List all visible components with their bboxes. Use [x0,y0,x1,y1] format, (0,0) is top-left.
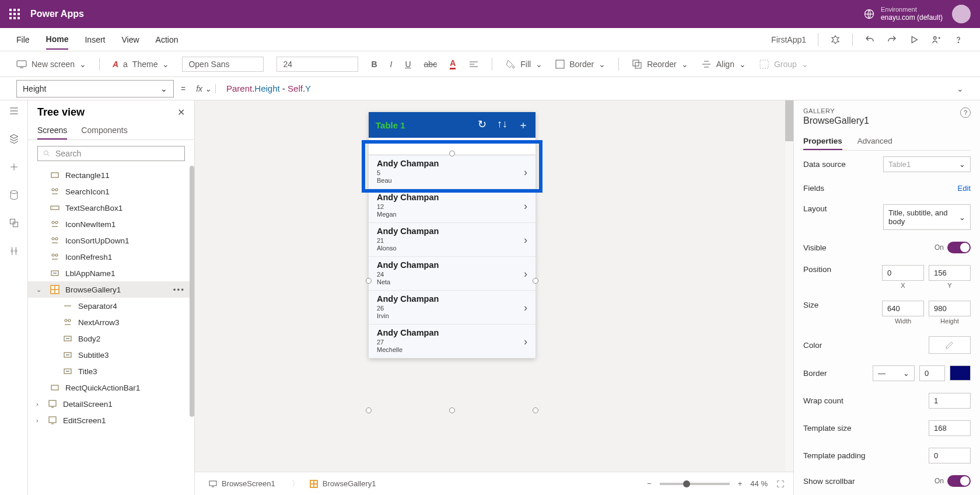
data-icon[interactable] [8,189,20,201]
canvas-scrollbar[interactable] [785,100,793,472]
tree-item-Separator4[interactable]: Separator4 [28,298,194,314]
template-size-input[interactable]: 168 [929,420,971,436]
props-tab-properties[interactable]: Properties [803,133,842,150]
redo-icon[interactable] [887,34,897,45]
strike-icon[interactable]: abc [424,60,438,69]
zoom-in-icon[interactable]: + [738,479,743,488]
theme-button[interactable]: Aa Theme ⌄ [113,60,170,69]
tree-item-IconRefresh1[interactable]: IconRefresh1 [28,249,194,265]
reorder-button[interactable]: Reorder⌄ [632,59,688,69]
tree-item-BrowseGallery1[interactable]: ⌄BrowseGallery1••• [28,281,194,298]
gallery-item[interactable]: Andy Champan24Neta› [369,257,536,291]
gallery-item[interactable]: Andy Champan27Mechelle› [369,325,536,358]
chevron-right-icon[interactable]: › [524,233,527,246]
italic-icon[interactable]: I [390,60,393,69]
app-launcher-icon[interactable] [9,9,20,19]
chevron-right-icon[interactable]: › [524,335,527,347]
insert-icon[interactable] [8,161,20,173]
tree-view-icon[interactable] [8,133,20,145]
breadcrumb-control[interactable]: BrowseGallery1 [286,476,382,491]
menu-file[interactable]: File [16,30,30,49]
layout-select[interactable]: Title, subtitle, and body⌄ [883,204,971,230]
menu-view[interactable]: View [121,30,139,49]
tree-item-Subtitle3[interactable]: Subtitle3 [28,347,194,363]
help-icon[interactable] [953,34,964,45]
bold-icon[interactable]: B [371,60,377,69]
share-icon[interactable] [931,34,942,45]
scrollbar-toggle[interactable] [947,475,971,487]
gallery-item[interactable]: Andy Champan26Irvin› [369,291,536,325]
border-button[interactable]: Border⌄ [555,60,606,69]
menu-home[interactable]: Home [46,30,69,50]
tree-item-SearchIcon1[interactable]: SearchIcon1 [28,183,194,200]
border-style[interactable]: —⌄ [873,365,915,381]
border-color[interactable] [950,365,971,381]
tools-icon[interactable] [8,245,20,257]
underline-icon[interactable]: U [405,60,411,69]
pos-y-input[interactable]: 156 [929,265,971,281]
tree-tab-components[interactable]: Components [81,122,127,140]
scrollbar[interactable] [190,166,194,417]
visible-toggle[interactable] [947,242,971,253]
tree-item-DetailScreen1[interactable]: ›DetailScreen1 [28,396,194,412]
tree-item-Body2[interactable]: Body2 [28,330,194,347]
environment-switcher[interactable]: Environment enayu.com (default) [863,6,943,22]
font-color-icon[interactable]: A [450,58,456,69]
pos-x-input[interactable]: 0 [882,265,924,281]
refresh-icon[interactable]: ↻ [478,118,487,132]
tree-item-RectQuickActionBar1[interactable]: RectQuickActionBar1 [28,379,194,396]
chevron-down-icon[interactable]: ⌄ [957,84,964,93]
align-text-icon[interactable] [468,60,479,68]
props-tab-advanced[interactable]: Advanced [858,133,892,150]
add-icon[interactable]: ＋ [518,118,528,132]
font-select[interactable]: Open Sans [182,57,264,72]
tree-item-IconNewItem1[interactable]: IconNewItem1 [28,216,194,232]
play-icon[interactable] [909,34,919,45]
sort-icon[interactable]: ↑↓ [497,118,508,132]
group-button[interactable]: Group⌄ [759,59,808,69]
height-input[interactable]: 980 [929,301,971,316]
chevron-right-icon[interactable]: › [524,267,527,280]
width-input[interactable]: 640 [882,301,924,316]
info-icon[interactable]: ? [960,107,971,118]
formula-input[interactable]: Parent.Height - Self.Y [223,80,950,97]
chevron-right-icon[interactable]: › [524,200,527,212]
more-icon[interactable]: ••• [173,285,188,294]
zoom-out-icon[interactable]: − [647,479,652,488]
tree-item-EditScreen1[interactable]: ›EditScreen1 [28,412,194,428]
tree-item-TextSearchBox1[interactable]: TextSearchBox1 [28,200,194,216]
undo-icon[interactable] [864,34,875,45]
color-picker[interactable] [929,336,971,354]
tree-item-LblAppName1[interactable]: LblAppName1 [28,265,194,281]
canvas[interactable]: Table 1 ↻ ↑↓ ＋ Andy Champan5Beau›Andy Ch… [195,100,793,495]
tree-search-input[interactable]: Search [37,146,185,161]
edit-fields-link[interactable]: Edit [958,184,971,193]
hamburger-icon[interactable] [8,105,20,117]
property-select[interactable]: Height⌄ [16,80,174,97]
wrap-count-input[interactable]: 1 [929,393,971,409]
fx-icon[interactable]: fx ⌄ [192,84,216,93]
tree-item-NextArrow3[interactable]: NextArrow3 [28,314,194,330]
chevron-right-icon[interactable]: › [524,166,527,178]
data-source-select[interactable]: Table1⌄ [883,156,971,172]
tree-item-Title3[interactable]: Title3 [28,363,194,379]
chevron-right-icon[interactable]: › [524,301,527,313]
app-checker-icon[interactable] [830,34,841,45]
tree-tab-screens[interactable]: Screens [37,122,67,140]
gallery-item[interactable]: Andy Champan5Beau› [369,155,536,189]
font-size-select[interactable]: 24 [276,57,358,72]
gallery-item[interactable]: Andy Champan21Alonso› [369,223,536,257]
fit-icon[interactable] [776,479,785,489]
gallery-item[interactable]: Andy Champan12Megan› [369,189,536,223]
tree-item-Rectangle11[interactable]: Rectangle11 [28,167,194,183]
user-avatar[interactable] [952,5,971,23]
fill-button[interactable]: Fill⌄ [505,59,542,69]
new-screen-button[interactable]: New screen ⌄ [16,60,86,69]
menu-insert[interactable]: Insert [85,30,105,49]
media-icon[interactable] [8,217,20,229]
menu-action[interactable]: Action [156,30,178,49]
border-width-input[interactable]: 0 [919,365,945,381]
tree-item-IconSortUpDown1[interactable]: IconSortUpDown1 [28,232,194,249]
breadcrumb-screen[interactable]: BrowseScreen1 [203,477,281,490]
zoom-slider[interactable] [660,483,730,485]
